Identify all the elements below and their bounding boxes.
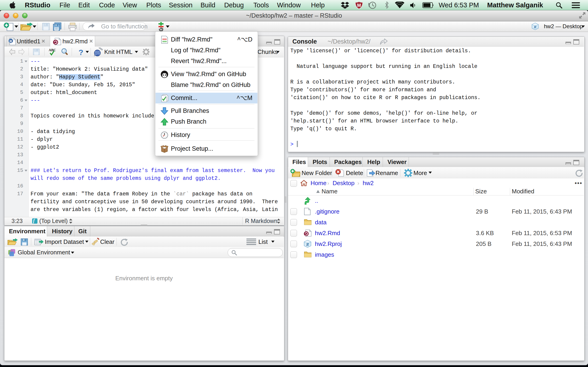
svg-text:R: R bbox=[10, 39, 12, 43]
svg-text:R: R bbox=[534, 25, 536, 29]
svg-text:R: R bbox=[306, 242, 309, 247]
svg-text:s: s bbox=[94, 53, 95, 57]
svg-text:M: M bbox=[357, 3, 361, 8]
svg-text:ABC: ABC bbox=[49, 48, 56, 52]
